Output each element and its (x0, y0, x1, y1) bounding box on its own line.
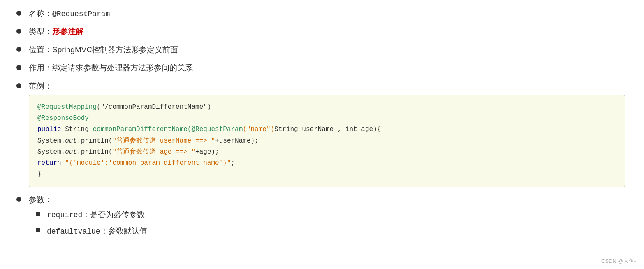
code-out-2: out (65, 148, 77, 156)
code-block: @RequestMapping("/commonParamDifferentNa… (29, 95, 625, 187)
required-key: required (47, 211, 82, 219)
code-end-2: +age); (195, 148, 219, 156)
code-return-string: "{'module':'common param different name'… (61, 159, 231, 167)
label-position-key: 位置： (29, 45, 52, 54)
code-system-2: System. (37, 148, 65, 156)
required-value: 是否为必传参数 (90, 210, 145, 219)
required-colon: ： (82, 210, 90, 219)
code-return-keyword: return (37, 159, 61, 167)
sub-bullet-defaultvalue: defaultValue：参数默认值 (36, 226, 147, 236)
bullet-list: 名称：@RequestParam 类型：形参注解 位置：SpringMVC控制器… (16, 8, 625, 242)
code-line1-string: ("/commonParamDifferentName") (97, 103, 211, 111)
code-line-4: System.out.println("普通参数传递 userName ==> … (37, 136, 616, 147)
defaultvalue-value: 参数默认值 (108, 227, 147, 235)
sub-bullet-square-required (36, 212, 40, 216)
bullet-dot-example (16, 83, 21, 88)
label-type-value: 形参注解 (52, 27, 83, 36)
bullet-label-name: 名称：@RequestParam (29, 8, 110, 19)
bullet-label-type: 类型：形参注解 (29, 26, 83, 37)
code-string-1: "普通参数传递 userName ==> " (112, 137, 215, 145)
code-end-1: +userName); (215, 137, 259, 145)
code-annotation-responsebody: @ResponseBody (37, 115, 89, 122)
bullet-dot-type (16, 29, 21, 34)
code-line-2: @ResponseBody (37, 113, 616, 124)
bullet-label-params: 参数： (29, 194, 52, 205)
bullet-item-usage: 作用：绑定请求参数与处理器方法形参间的关系 (16, 63, 625, 73)
label-name-key: 名称： (29, 9, 52, 18)
watermark: CSDN @大鱼- (601, 257, 636, 265)
label-usage-key: 作用： (29, 63, 52, 72)
sub-bullet-required: required：是否为必传参数 (36, 209, 147, 220)
code-line-1: @RequestMapping("/commonParamDifferentNa… (37, 102, 616, 113)
code-line-7: } (37, 169, 616, 180)
sub-bullet-square-defaultvalue (36, 228, 40, 232)
label-usage-value: 绑定请求参数与处理器方法形参间的关系 (52, 63, 193, 72)
sub-label-defaultvalue: defaultValue：参数默认值 (47, 226, 147, 236)
code-type: String (61, 126, 93, 133)
bullet-label-usage: 作用：绑定请求参数与处理器方法形参间的关系 (29, 63, 193, 73)
code-annotation-requestmapping: @RequestMapping (37, 103, 97, 111)
label-position-value: SpringMVC控制器方法形参定义前面 (52, 45, 178, 54)
code-keyword-public: public (37, 126, 61, 133)
code-println-1: .println( (77, 137, 112, 145)
code-system-1: System. (37, 137, 65, 145)
bullet-item-example: 范例： @RequestMapping("/commonParamDiffere… (16, 81, 625, 187)
code-println-2: .println( (77, 148, 112, 156)
bullet-dot-usage (16, 65, 21, 70)
code-param-rest: String userName , int age){ (274, 126, 381, 133)
defaultvalue-colon: ： (100, 227, 108, 235)
code-method-name: commonParamDifferentName (93, 126, 187, 133)
bullet-dot-params (16, 197, 21, 202)
bullet-item-name: 名称：@RequestParam (16, 8, 625, 19)
code-param-string: ("name") (243, 126, 274, 133)
code-line-3: public String commonParamDifferentName(@… (37, 124, 616, 135)
bullet-item-position: 位置：SpringMVC控制器方法形参定义前面 (16, 44, 625, 55)
sub-label-required: required：是否为必传参数 (47, 209, 145, 220)
defaultvalue-key: defaultValue (47, 227, 100, 236)
code-closing-brace: } (37, 171, 42, 178)
code-line-6: return "{'module':'common param differen… (37, 158, 616, 169)
code-param-annotation: (@RequestParam (188, 126, 243, 133)
bullet-item-params: 参数： required：是否为必传参数 defaultValue：参数默认值 (16, 194, 625, 242)
bullet-dot-position (16, 47, 21, 52)
code-string-2: "普通参数传递 age ==> " (112, 148, 195, 156)
code-out-1: out (65, 137, 77, 145)
code-return-end: ; (231, 159, 235, 167)
bullet-dot (16, 11, 21, 16)
code-line-5: System.out.println("普通参数传递 age ==> "+age… (37, 147, 616, 158)
main-content: 名称：@RequestParam 类型：形参注解 位置：SpringMVC控制器… (16, 8, 625, 242)
label-name-value: @RequestParam (52, 10, 110, 18)
bullet-label-position: 位置：SpringMVC控制器方法形参定义前面 (29, 44, 178, 55)
bullet-item-type: 类型：形参注解 (16, 26, 625, 37)
label-type-key: 类型： (29, 27, 52, 36)
sub-param-list: required：是否为必传参数 defaultValue：参数默认值 (36, 209, 147, 242)
bullet-label-example: 范例： (29, 81, 52, 91)
